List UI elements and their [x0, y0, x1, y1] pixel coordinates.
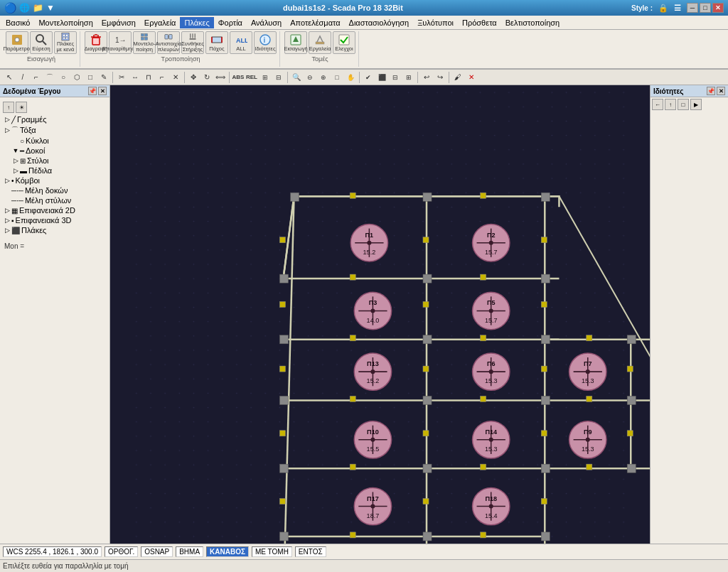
zoom-out[interactable]: ⊖	[304, 71, 316, 84]
plate-π7[interactable]: Π715.3	[569, 353, 606, 390]
plate-π9[interactable]: Π915.3	[569, 421, 606, 458]
move[interactable]: ✥	[187, 71, 200, 84]
plate-π2[interactable]: Π215.7	[473, 225, 510, 261]
menu-optimize[interactable]: Βελτιστοποίηση	[501, 17, 564, 28]
undo[interactable]: ↩	[420, 71, 433, 84]
tree-node-circles[interactable]: ○ Κύκλοι	[1, 136, 108, 146]
renumber-button[interactable]: 1→ Επαναρίθμηση	[109, 31, 132, 54]
close-button[interactable]: ✕	[712, 3, 724, 13]
panel-right-close[interactable]: ✕	[717, 87, 725, 95]
draw-circle[interactable]: ○	[57, 71, 70, 84]
redo[interactable]: ↪	[434, 71, 446, 84]
tree-node-columns[interactable]: ▷ ⊞ Στύλοι	[1, 156, 108, 166]
zoom-window[interactable]: □	[331, 71, 343, 84]
tree-node-beams[interactable]: ▼ ━ Δοκοί	[1, 146, 108, 156]
draw-line[interactable]: /	[16, 71, 29, 84]
status-grid[interactable]: ΚΑΝΑΒΟΣ	[206, 546, 249, 557]
status-osnap[interactable]: OSNAP	[141, 546, 173, 557]
status-step[interactable]: ΒΗΜΑ	[176, 546, 203, 557]
menu-tools[interactable]: Εργαλεία	[140, 17, 181, 28]
plate-π10[interactable]: Π1015.5	[354, 421, 391, 458]
tree-node-surf2d[interactable]: ▷ ▦ Επιφανειακά 2D	[1, 205, 108, 215]
menu-loads[interactable]: Φορτία	[214, 17, 247, 28]
plates-empty-button[interactable]: Πλάκεςμε κενά	[54, 31, 77, 54]
plate-π13[interactable]: Π1315.2	[354, 353, 391, 390]
tree-node-plates[interactable]: ▷ ⬛ Πλάκες	[1, 225, 108, 235]
canvas-area[interactable]: Π115.2Π215.7Π314.0Π515.7Π1315.2Π615.3Π71…	[110, 85, 650, 544]
draw-rect[interactable]: □	[84, 71, 97, 84]
zoom-in[interactable]: 🔍	[290, 71, 303, 84]
panel-pin[interactable]: 📌	[88, 87, 97, 95]
text-abs[interactable]: ABS	[232, 71, 245, 84]
resist-button[interactable]: Αντιστοιχίαπλευρών	[157, 31, 180, 54]
menu-view[interactable]: Εμφάνιση	[97, 17, 140, 28]
right-tb-btn-4[interactable]: ▶	[690, 99, 702, 110]
properties-button[interactable]: i Ιδιότητες	[254, 31, 277, 54]
all-button[interactable]: ALL ALL	[230, 31, 252, 54]
status-inside[interactable]: ΕΝΤΟΣ	[295, 546, 326, 557]
maximize-button[interactable]: □	[700, 3, 711, 13]
zoom-all[interactable]: ⊕	[317, 71, 330, 84]
menu-extras[interactable]: Πρόσθετα	[458, 17, 501, 28]
tree-node-arcs[interactable]: ▷ ⌒ Τόξα	[1, 124, 108, 136]
menu-plates[interactable]: Πλάκες	[180, 17, 213, 28]
plate-π14[interactable]: Π1415.3	[473, 421, 510, 458]
mirror[interactable]: ⟺	[214, 71, 227, 84]
text-rel[interactable]: REL	[245, 71, 258, 84]
menu-results[interactable]: Αποτελέσματα	[286, 17, 344, 28]
calc[interactable]: ⊞	[259, 71, 272, 84]
import-cuts-button[interactable]: Εισαγωγή	[284, 31, 307, 54]
plate-π1[interactable]: Π115.2	[350, 225, 387, 261]
draw-freehand[interactable]: ✎	[97, 71, 110, 84]
find-button[interactable]: Εύρεση	[30, 31, 53, 54]
fillet[interactable]: ⌐	[156, 71, 168, 84]
plate-π17[interactable]: Π1718.7	[354, 487, 391, 524]
tree-node-lines[interactable]: ▷ ╱ Γραμμές	[1, 114, 108, 124]
layer[interactable]: ⬛	[375, 71, 388, 84]
plate-π3[interactable]: Π314.0	[354, 292, 391, 329]
right-tb-btn-3[interactable]: □	[678, 99, 689, 110]
plate-π5[interactable]: Π515.7	[473, 292, 510, 329]
menu-basic[interactable]: Βασικό	[1, 17, 34, 28]
offset[interactable]: ⊓	[142, 71, 155, 84]
extend[interactable]: ↔	[129, 71, 141, 84]
thickness-button[interactable]: Πάχος	[205, 31, 228, 54]
panel-close[interactable]: ✕	[98, 87, 107, 95]
clear-btn[interactable]: ✕	[465, 71, 478, 84]
menu-analysis[interactable]: Ανάλυση	[247, 17, 286, 28]
params-button[interactable]: Παράμετροι	[6, 31, 28, 54]
pan[interactable]: ✋	[344, 71, 357, 84]
tree-node-surf3d[interactable]: ▷ ▪ Επιφανειακά 3D	[1, 215, 108, 225]
plate-π18[interactable]: Π1815.4	[473, 487, 510, 524]
tools-cuts-button[interactable]: Εργαλεία	[309, 31, 331, 54]
synth-button[interactable]: ΣυνθήκεςΣτήριξης	[181, 31, 204, 54]
grid-btn[interactable]: ⊞	[402, 71, 415, 84]
cross[interactable]: ✕	[169, 71, 182, 84]
dim[interactable]: ⊟	[389, 71, 402, 84]
tree-btn-1[interactable]: ↑	[3, 102, 14, 113]
menu-xylotypoi[interactable]: Ξυλότυποι	[413, 17, 458, 28]
tree-node-beam-members[interactable]: ─·─ Μέλη δοκών	[1, 185, 108, 195]
status-cut[interactable]: ΜΕ ΤΟΜΗ	[252, 546, 292, 557]
minimize-button[interactable]: ─	[687, 3, 698, 13]
tree-node-col-members[interactable]: ─·─ Μέλη στύλων	[1, 195, 108, 205]
check-mark[interactable]: ✔	[362, 71, 375, 84]
tree-node-nodes[interactable]: ▷ • Κόμβοι	[1, 176, 108, 185]
status-ortho[interactable]: ΟΡΘΟΓ.	[105, 546, 138, 557]
tree-node-footings[interactable]: ▷ ▬ Πέδιλα	[1, 166, 108, 176]
panel-right-pin[interactable]: 📌	[707, 87, 715, 95]
draw-arc[interactable]: ⌒	[43, 71, 56, 84]
brush[interactable]: 🖌	[451, 71, 464, 84]
model-button[interactable]: Μοντελο-ποίηση	[133, 31, 156, 54]
plate-π6[interactable]: Π615.3	[473, 353, 510, 390]
checks-button[interactable]: Ελεγχοι	[333, 31, 355, 54]
menu-modeling[interactable]: Μοντελοποίηση	[34, 17, 97, 28]
trim[interactable]: ✂	[115, 71, 128, 84]
draw-cursor[interactable]: ↖	[3, 71, 16, 84]
draw-polygon[interactable]: ⬡	[70, 71, 83, 84]
right-tb-btn-2[interactable]: ↑	[665, 99, 676, 110]
draw-polyline[interactable]: ⌐	[30, 71, 43, 84]
rotate[interactable]: ↻	[200, 71, 213, 84]
tree-btn-2[interactable]: ☀	[16, 102, 27, 113]
dist[interactable]: ⊟	[272, 71, 285, 84]
